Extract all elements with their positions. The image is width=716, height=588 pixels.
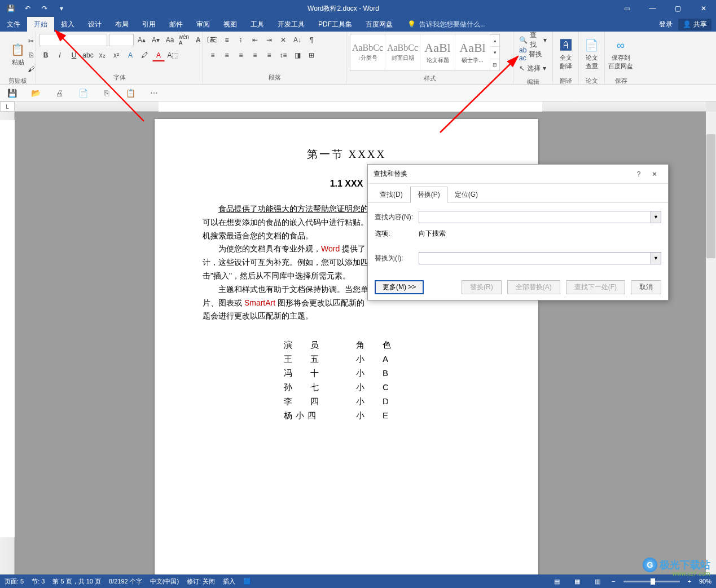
format-painter-icon[interactable]: 🖌 <box>25 63 37 76</box>
dialog-close-icon[interactable]: ✕ <box>647 166 662 182</box>
style-item[interactable]: AaBl硕士学... <box>455 34 490 70</box>
zoom-value[interactable]: 90% <box>699 578 711 585</box>
tab-review[interactable]: 审阅 <box>190 17 217 32</box>
sec-open-icon[interactable]: 📂 <box>29 87 42 99</box>
italic-icon[interactable]: I <box>54 49 66 61</box>
cancel-button[interactable]: 取消 <box>631 280 661 294</box>
qat-more-icon[interactable]: ▾ <box>54 1 69 16</box>
increase-indent-icon[interactable]: ⇥ <box>263 34 275 46</box>
font-size-select[interactable] <box>109 34 134 46</box>
style-item[interactable]: AaBbCc封面日期 <box>385 34 420 70</box>
tab-mail[interactable]: 邮件 <box>162 17 190 32</box>
sec-print-icon[interactable]: 🖨 <box>53 87 65 99</box>
line-spacing-icon[interactable]: ↕≡ <box>277 49 289 61</box>
status-page[interactable]: 页面: 5 <box>5 577 24 586</box>
ribbon-options-icon[interactable]: ▭ <box>614 0 640 17</box>
increase-font-icon[interactable]: A▴ <box>135 34 148 46</box>
replace-input[interactable]: ▼ <box>419 252 661 264</box>
style-expand[interactable]: ▴▾⊟ <box>490 34 499 70</box>
status-pages[interactable]: 第 5 页，共 10 页 <box>52 577 101 586</box>
vertical-ruler[interactable] <box>0 112 15 574</box>
sec-new-icon[interactable]: 📄 <box>77 87 89 99</box>
translate-button[interactable]: 🅰 全文 翻译 <box>556 34 575 73</box>
status-lang[interactable]: 中文(中国) <box>150 577 179 586</box>
chevron-down-icon[interactable]: ▼ <box>651 253 661 264</box>
share-button[interactable]: 👤共享 <box>678 19 711 30</box>
close-icon[interactable]: ✕ <box>691 0 716 17</box>
dialog-tab-find[interactable]: 查找(D) <box>372 187 410 203</box>
tab-design[interactable]: 设计 <box>81 17 108 32</box>
view-print-icon[interactable]: ▦ <box>571 576 583 586</box>
sec-more-icon[interactable]: ⋯ <box>148 87 160 99</box>
decrease-indent-icon[interactable]: ⇤ <box>249 34 261 46</box>
tab-home[interactable]: 开始 <box>27 17 54 32</box>
find-input[interactable]: ▼ <box>419 211 661 223</box>
status-section[interactable]: 节: 3 <box>32 577 45 586</box>
chevron-down-icon[interactable]: ▼ <box>651 211 661 223</box>
tab-tools[interactable]: 工具 <box>244 17 271 32</box>
tab-baidu[interactable]: 百度网盘 <box>359 17 399 32</box>
shading-icon[interactable]: ◨ <box>291 49 304 61</box>
show-marks-icon[interactable]: ¶ <box>305 34 318 46</box>
underline-icon[interactable]: U <box>68 49 80 61</box>
text-effects-icon[interactable]: A <box>124 49 137 61</box>
more-button[interactable]: 更多(M) >> <box>375 280 424 294</box>
bullets-icon[interactable]: ☰ <box>207 34 219 46</box>
sec-save-icon[interactable]: 💾 <box>6 87 18 99</box>
subscript-icon[interactable]: x₂ <box>96 49 108 61</box>
view-read-icon[interactable]: ▤ <box>551 576 563 586</box>
decrease-font-icon[interactable]: A▾ <box>150 34 162 46</box>
superscript-icon[interactable]: x² <box>110 49 122 61</box>
status-track[interactable]: 修订: 关闭 <box>187 577 215 586</box>
dialog-tab-goto[interactable]: 定位(G) <box>447 187 485 203</box>
borders-icon[interactable]: ⊞ <box>305 49 318 61</box>
font-color-icon[interactable]: A <box>152 49 165 61</box>
tab-developer[interactable]: 开发工具 <box>271 17 311 32</box>
tab-layout[interactable]: 布局 <box>108 17 135 32</box>
tab-pdf[interactable]: PDF工具集 <box>311 17 359 32</box>
char-shading-icon[interactable]: A⬚ <box>166 49 179 61</box>
tell-me-search[interactable]: 💡 告诉我您想要做什么... <box>399 17 659 32</box>
sec-copy-icon[interactable]: ⎘ <box>100 87 113 99</box>
numbering-icon[interactable]: ≡ <box>221 34 233 46</box>
qat-redo-icon[interactable]: ↷ <box>37 1 52 16</box>
dialog-help-icon[interactable]: ? <box>631 166 647 182</box>
align-right-icon[interactable]: ≡ <box>235 49 247 61</box>
status-mode[interactable]: 插入 <box>223 577 235 586</box>
qat-undo-icon[interactable]: ↶ <box>20 1 35 16</box>
style-item[interactable]: AaBbCc↓分类号 <box>350 34 385 70</box>
zoom-in-icon[interactable]: + <box>688 578 691 585</box>
style-gallery[interactable]: AaBbCc↓分类号 AaBbCc封面日期 AaBl论文标题 AaBl硕士学..… <box>350 34 500 71</box>
phonetic-guide-icon[interactable]: wénA <box>178 34 190 46</box>
cut-icon[interactable]: ✂ <box>25 35 37 47</box>
sort-icon[interactable]: A↓ <box>291 34 304 46</box>
tab-insert[interactable]: 插入 <box>54 17 81 32</box>
login-link[interactable]: 登录 <box>659 20 673 29</box>
replace-all-button[interactable]: 全部替换(A) <box>507 280 560 294</box>
align-left-icon[interactable]: ≡ <box>207 49 219 61</box>
tab-file[interactable]: 文件 <box>0 17 27 32</box>
change-case-icon[interactable]: Aa <box>164 34 176 46</box>
minimize-icon[interactable]: — <box>640 0 665 17</box>
style-item[interactable]: AaBl论文标题 <box>420 34 455 70</box>
asian-layout-icon[interactable]: ✕ <box>277 34 289 46</box>
replace-button[interactable]: abac替换 <box>517 48 549 60</box>
thesis-button[interactable]: 📄 论文 查重 <box>582 34 601 73</box>
sec-paste-icon[interactable]: 📋 <box>124 87 137 99</box>
find-next-button[interactable]: 查找下一处(F) <box>566 280 625 294</box>
font-family-select[interactable] <box>39 34 107 46</box>
tab-view[interactable]: 视图 <box>217 17 244 32</box>
status-words[interactable]: 8/2192 个字 <box>109 577 142 586</box>
horizontal-ruler[interactable] <box>15 101 706 112</box>
select-button[interactable]: ↖选择▾ <box>517 62 549 74</box>
zoom-slider[interactable] <box>623 581 680 582</box>
dialog-tab-replace[interactable]: 替换(P) <box>410 187 447 203</box>
copy-icon[interactable]: ⎘ <box>25 49 37 61</box>
align-center-icon[interactable]: ≡ <box>221 49 233 61</box>
status-record-icon[interactable]: 🟦 <box>243 578 251 585</box>
maximize-icon[interactable]: ▢ <box>665 0 691 17</box>
multilevel-icon[interactable]: ⫶ <box>235 34 247 46</box>
replace-one-button[interactable]: 替换(R) <box>462 280 502 294</box>
strikethrough-icon[interactable]: abc <box>82 49 94 61</box>
tab-references[interactable]: 引用 <box>135 17 162 32</box>
